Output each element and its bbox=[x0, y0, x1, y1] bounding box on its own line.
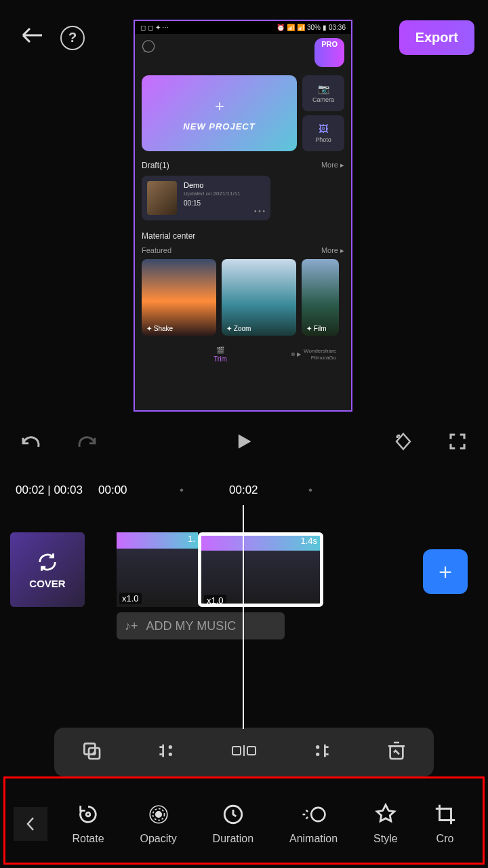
plus-icon: ＋ bbox=[212, 96, 227, 116]
current-time: 00:02 | 00:03 bbox=[16, 484, 83, 497]
pro-badge: PRO bbox=[314, 38, 344, 67]
export-button[interactable]: Export bbox=[399, 20, 474, 55]
trim-right-icon[interactable] bbox=[310, 740, 332, 764]
draft-name: Demo bbox=[184, 181, 241, 189]
svg-point-6 bbox=[317, 746, 319, 748]
undo-icon[interactable] bbox=[20, 431, 42, 455]
clip-1[interactable]: 1. x1.0 bbox=[117, 532, 198, 607]
photo-button: 🖼Photo bbox=[302, 115, 344, 151]
status-left: ◻ ◻ ✦ ⋯ bbox=[140, 24, 169, 31]
clip-2-selected[interactable]: 1.4s x1.0 bbox=[198, 532, 323, 607]
draft-updated: Updated on 2021/11/11 bbox=[184, 191, 241, 197]
cover-clip[interactable]: COVER bbox=[10, 532, 85, 607]
crop-label: Cro bbox=[436, 833, 454, 845]
style-tool[interactable]: Style bbox=[373, 803, 398, 845]
play-button[interactable] bbox=[235, 431, 253, 455]
new-project-label: NEW PROJECT bbox=[183, 121, 255, 132]
svg-point-9 bbox=[86, 812, 90, 816]
cover-label: COVER bbox=[29, 578, 65, 589]
animation-tool[interactable]: Animation bbox=[289, 803, 338, 845]
new-project-button: ＋ NEW PROJECT bbox=[142, 75, 297, 151]
style-label: Style bbox=[373, 833, 398, 845]
trim-left-icon[interactable] bbox=[156, 740, 178, 764]
timeline[interactable]: COVER 1. x1.0 1.4s x1.0 ＋ ♪+ ADD MY MUSI… bbox=[0, 532, 488, 729]
time-dot: • bbox=[308, 484, 312, 497]
music-plus-icon: ♪+ bbox=[125, 619, 138, 633]
rotate-tool[interactable]: Rotate bbox=[72, 803, 104, 845]
transition-bar bbox=[54, 728, 434, 776]
preview-home: ＋ NEW PROJECT 📷Camera 🖼Photo Draft(1) Mo… bbox=[135, 71, 351, 372]
add-clip-button[interactable]: ＋ bbox=[423, 549, 468, 594]
redo-icon[interactable] bbox=[76, 431, 98, 455]
draft-title: Draft(1) bbox=[142, 161, 169, 170]
preview-status-bar: ◻ ◻ ✦ ⋯ ⏰ 📶 📶 30% ▮ 03:36 bbox=[135, 21, 351, 34]
featured-more: More ▸ bbox=[321, 246, 344, 255]
time-dot: • bbox=[180, 484, 184, 497]
draft-thumbnail bbox=[147, 181, 177, 215]
template-shake: ✦ Shake bbox=[142, 259, 216, 336]
template-zoom: ✦ Zoom bbox=[222, 259, 296, 336]
opacity-tool[interactable]: Opacity bbox=[140, 803, 176, 845]
svg-rect-5 bbox=[247, 747, 256, 755]
clip-speed: x1.0 bbox=[204, 595, 226, 606]
help-icon[interactable]: ? bbox=[60, 26, 85, 50]
svg-rect-4 bbox=[232, 747, 241, 755]
duration-tool[interactable]: Duration bbox=[213, 803, 253, 845]
time-marker-0: 00:00 bbox=[98, 484, 127, 497]
status-right: ⏰ 📶 📶 30% ▮ 03:36 bbox=[277, 24, 346, 31]
camera-button: 📷Camera bbox=[302, 75, 344, 111]
draft-menu-icon: • • • bbox=[254, 208, 265, 215]
playback-controls bbox=[0, 431, 488, 455]
back-icon[interactable] bbox=[20, 26, 43, 50]
time-marker-1: 00:02 bbox=[229, 484, 258, 497]
svg-point-3 bbox=[169, 753, 171, 755]
copy-icon[interactable] bbox=[81, 740, 102, 764]
svg-point-12 bbox=[155, 812, 161, 818]
svg-point-14 bbox=[311, 808, 325, 821]
svg-point-2 bbox=[169, 746, 171, 748]
clip-duration: 1. bbox=[188, 534, 195, 544]
add-music-label: ADD MY MUSIC bbox=[146, 619, 237, 633]
rotate-label: Rotate bbox=[72, 833, 104, 845]
profile-icon: ◯⌒ bbox=[142, 38, 155, 67]
preview-panel: ◻ ◻ ✦ ⋯ ⏰ 📶 📶 30% ▮ 03:36 ◯⌒ PRO ＋ NEW P… bbox=[134, 20, 352, 412]
tools-back-button[interactable] bbox=[14, 807, 47, 841]
keyframe-icon[interactable] bbox=[393, 431, 413, 454]
add-music-button[interactable]: ♪+ ADD MY MUSIC bbox=[117, 612, 285, 639]
wondershare-watermark: ⊗ ▶Wondershare FilmoraGo bbox=[291, 348, 336, 361]
clip-duration: 1.4s bbox=[300, 536, 317, 546]
opacity-label: Opacity bbox=[140, 833, 176, 845]
material-center-title: Material center bbox=[142, 231, 344, 241]
clip-group[interactable]: 1. x1.0 1.4s x1.0 bbox=[117, 532, 323, 607]
animation-label: Animation bbox=[289, 833, 338, 845]
draft-duration: 00:15 bbox=[184, 199, 241, 207]
playhead[interactable] bbox=[243, 505, 244, 729]
time-bar: 00:02 | 00:03 00:00 • 00:02 • bbox=[0, 484, 488, 497]
clip-speed: x1.0 bbox=[119, 593, 142, 604]
draft-card: Demo Updated on 2021/11/11 00:15 • • • bbox=[142, 176, 270, 220]
draft-more: More ▸ bbox=[321, 161, 344, 170]
delete-icon[interactable] bbox=[386, 740, 407, 764]
duration-label: Duration bbox=[213, 833, 253, 845]
split-icon[interactable] bbox=[231, 741, 257, 764]
template-film: ✦ Film bbox=[302, 259, 339, 336]
bottom-tools: Rotate Opacity Duration Animation Style … bbox=[0, 780, 488, 868]
crop-tool[interactable]: Cro bbox=[434, 803, 457, 845]
trim-tab: 🎬Trim bbox=[214, 347, 227, 363]
featured-title: Featured bbox=[142, 246, 171, 255]
svg-point-7 bbox=[317, 753, 319, 755]
top-left-controls: ? bbox=[20, 26, 85, 50]
fullscreen-icon[interactable] bbox=[447, 431, 468, 454]
preview-profile-row: ◯⌒ PRO bbox=[135, 34, 351, 71]
